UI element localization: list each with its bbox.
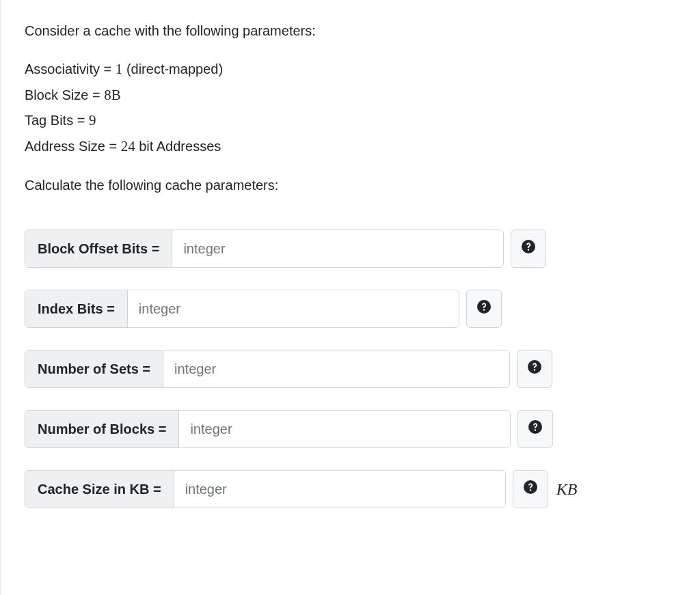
param-value: 9 [89, 112, 96, 128]
help-button[interactable] [517, 410, 553, 448]
row-block-offset-bits: Block Offset Bits = [25, 230, 675, 268]
field-group: Block Offset Bits = [25, 230, 504, 268]
question-circle-icon [528, 359, 541, 379]
number-of-sets-input[interactable] [163, 350, 509, 387]
param-associativity: Associativity = 1 (direct-mapped) [25, 59, 675, 81]
row-index-bits: Index Bits = [25, 290, 675, 328]
question-circle-icon [524, 479, 537, 499]
row-number-of-sets: Number of Sets = [25, 350, 675, 388]
help-button[interactable] [513, 470, 548, 508]
param-tag-bits: Tag Bits = 9 [25, 110, 675, 132]
param-label: Associativity = [25, 61, 116, 77]
param-value: 24 [121, 138, 135, 154]
inputs-area: Block Offset Bits = Index Bits = [25, 224, 675, 508]
field-label: Cache Size in KB = [25, 471, 174, 508]
param-label: Tag Bits = [25, 113, 89, 128]
question-circle-icon [477, 299, 491, 319]
field-group: Index Bits = [25, 290, 459, 328]
row-number-of-blocks: Number of Blocks = [25, 410, 675, 448]
field-label: Number of Sets = [25, 350, 163, 387]
param-label: Block Size = [25, 87, 104, 102]
question-circle-icon [528, 419, 542, 439]
block-offset-bits-input[interactable] [172, 230, 503, 267]
question-circle-icon [522, 238, 535, 259]
field-group: Number of Blocks = [25, 410, 511, 448]
field-label: Number of Blocks = [25, 411, 179, 447]
number-of-blocks-input[interactable] [179, 411, 510, 447]
unit-label: KB [556, 470, 578, 508]
calc-instruction: Calculate the following cache parameters… [25, 175, 675, 195]
param-suffix: (direct-mapped) [122, 61, 223, 77]
prompt-block: Consider a cache with the following para… [25, 20, 675, 195]
param-suffix: bit Addresses [135, 139, 221, 154]
prompt-intro: Consider a cache with the following para… [25, 20, 675, 41]
field-label: Block Offset Bits = [25, 230, 172, 267]
field-group: Cache Size in KB = [25, 470, 506, 508]
question-page: Consider a cache with the following para… [0, 0, 700, 595]
param-block-size: Block Size = 8B [25, 85, 675, 107]
help-button[interactable] [466, 290, 502, 328]
index-bits-input[interactable] [128, 290, 459, 327]
param-address-size: Address Size = 24 bit Addresses [25, 136, 675, 158]
cache-size-input[interactable] [174, 471, 505, 508]
param-label: Address Size = [25, 139, 121, 154]
help-button[interactable] [517, 350, 552, 388]
param-value: 8B [104, 87, 121, 103]
row-cache-size: Cache Size in KB = KB [25, 470, 675, 508]
field-group: Number of Sets = [25, 350, 510, 388]
help-button[interactable] [511, 230, 546, 268]
param-value: 1 [116, 61, 123, 77]
field-label: Index Bits = [25, 290, 128, 327]
